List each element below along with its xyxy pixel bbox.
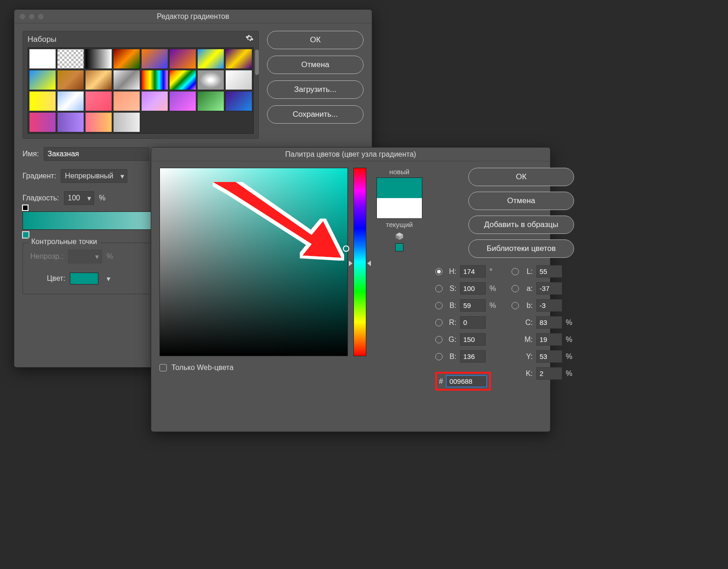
picker-cancel-button[interactable]: Отмена [468, 192, 574, 210]
cube-icon[interactable] [395, 232, 404, 240]
svg-marker-0 [213, 182, 341, 258]
h-input[interactable] [460, 265, 486, 278]
hex-input[interactable] [446, 375, 487, 387]
radio-lab-b[interactable] [512, 302, 519, 309]
opacity-stop[interactable] [22, 205, 28, 211]
lab-b-input[interactable] [536, 299, 562, 312]
gradient-editor-title: Редактор градиентов [14, 12, 372, 21]
g-input[interactable] [460, 333, 486, 346]
hex-row-highlight: # [435, 372, 491, 391]
radio-a[interactable] [512, 285, 519, 292]
hue-slider[interactable] [353, 168, 366, 356]
web-only-checkbox[interactable] [159, 364, 167, 371]
color-picker-window: Палитра цветов (цвет узла градиента) [151, 147, 551, 432]
radio-s[interactable] [435, 285, 443, 292]
color-picker-titlebar[interactable]: Палитра цветов (цвет узла градиента) [151, 148, 550, 161]
radio-b[interactable] [435, 302, 443, 309]
smoothness-label: Гладкость: [23, 194, 59, 202]
opacity-dropdown[interactable]: ▾ [68, 250, 102, 263]
load-button[interactable]: Загрузить... [267, 80, 364, 99]
radio-g[interactable] [435, 336, 443, 343]
radio-h[interactable] [435, 268, 443, 275]
smoothness-unit: % [99, 194, 105, 202]
gear-icon[interactable] [245, 34, 254, 45]
picker-ok-button[interactable]: ОК [468, 168, 574, 186]
radio-l[interactable] [512, 268, 519, 275]
name-label: Имя: [23, 150, 39, 158]
chevron-down-icon: ▾ [117, 172, 127, 181]
opacity-unit: % [107, 252, 113, 261]
presets-panel: Наборы [23, 31, 259, 139]
cancel-button[interactable]: Отмена [267, 56, 364, 74]
r-input[interactable] [460, 316, 486, 329]
save-button[interactable]: Сохранить... [267, 105, 364, 124]
m-input[interactable] [536, 333, 562, 346]
opacity-label: Непрозр.: [30, 252, 63, 261]
a-input[interactable] [536, 282, 562, 295]
add-swatch-button[interactable]: Добавить в образцы [468, 216, 574, 234]
b-hsb-input[interactable] [460, 299, 486, 312]
new-current-swatch[interactable] [376, 177, 422, 219]
radio-b-rgb[interactable] [435, 353, 443, 360]
color-dropdown-caret[interactable]: ▾ [103, 272, 113, 285]
tiny-swatch[interactable] [395, 243, 404, 251]
hex-prefix: # [439, 377, 443, 386]
current-color-swatch [377, 198, 422, 218]
color-swatch[interactable] [70, 273, 98, 284]
y-input[interactable] [536, 350, 562, 363]
k-input[interactable] [536, 367, 562, 380]
presets-label: Наборы [28, 35, 57, 44]
color-libraries-button[interactable]: Библиотеки цветов [468, 239, 574, 258]
radio-r[interactable] [435, 319, 443, 326]
b-rgb-input[interactable] [460, 350, 486, 363]
new-color-swatch [377, 178, 422, 198]
smoothness-input[interactable]: 100▾ [64, 191, 95, 205]
current-color-label: текущий [386, 221, 413, 228]
web-only-label: Только Web-цвета [171, 364, 233, 372]
ok-button[interactable]: ОК [267, 31, 364, 49]
c-input[interactable] [536, 316, 562, 329]
chevron-down-icon: ▾ [84, 194, 94, 203]
control-points-title: Контрольные точки [28, 238, 100, 246]
new-color-label: новый [389, 168, 410, 176]
presets-scrollbar[interactable] [255, 50, 259, 75]
gradient-type-label: Градиент: [23, 172, 56, 180]
window-controls[interactable] [14, 14, 44, 19]
color-label: Цвет: [47, 274, 65, 283]
gradient-name-input[interactable] [44, 147, 149, 161]
color-picker-title: Палитра цветов (цвет узла градиента) [151, 150, 550, 159]
gradient-type-dropdown[interactable]: Непрерывный▾ [61, 169, 127, 183]
hue-pointer-left-icon[interactable] [349, 261, 353, 266]
gradient-editor-titlebar[interactable]: Редактор градиентов [14, 10, 372, 23]
l-input[interactable] [536, 265, 562, 278]
s-input[interactable] [460, 282, 486, 295]
annotation-arrow-icon [213, 182, 351, 274]
presets-grid[interactable] [28, 47, 254, 134]
hue-pointer-right-icon[interactable] [367, 261, 371, 266]
saturation-value-field[interactable] [159, 168, 348, 356]
